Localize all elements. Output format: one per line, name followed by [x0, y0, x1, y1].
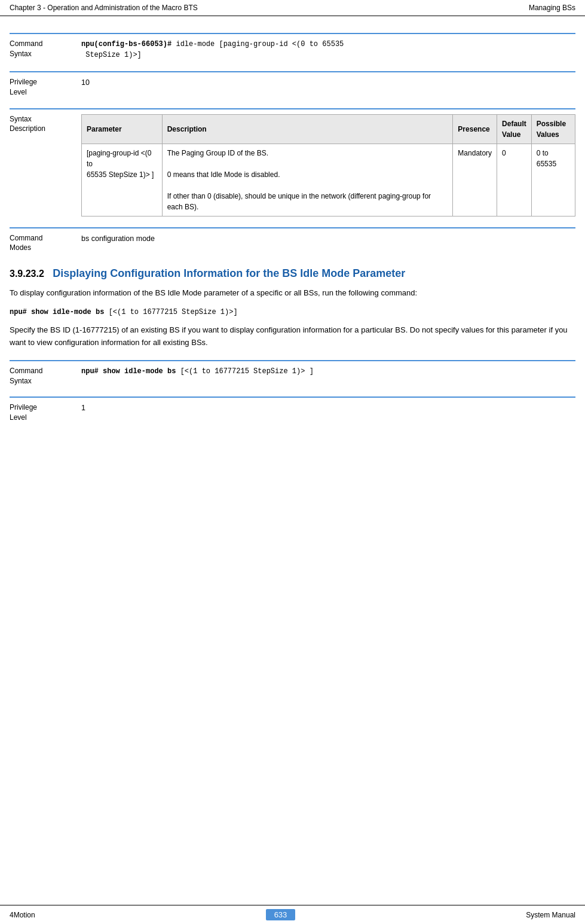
- command-syntax-bold-2: npu# show idle-mode bs: [81, 367, 176, 376]
- command-bold: npu# show idle-mode bs: [10, 308, 104, 316]
- section-3-9-23-2-heading: 3.9.23.2 Displaying Configuration Inform…: [10, 267, 575, 280]
- cell-description: The Paging Group ID of the BS. 0 means t…: [162, 144, 453, 216]
- col-description: Description: [162, 114, 453, 144]
- cell-parameter: [paging-group-id <(0 to65535 StepSize 1)…: [82, 144, 163, 216]
- command-suffix: [<(1 to 16777215 StepSize 1)>]: [104, 308, 237, 316]
- command-syntax-content-1: npu(config-bs-66053)# idle-mode [paging-…: [81, 39, 575, 60]
- command-syntax-label-1: CommandSyntax: [10, 39, 81, 60]
- cell-default: 0: [497, 144, 532, 216]
- command-syntax-section-1: CommandSyntax npu(config-bs-66053)# idle…: [10, 33, 575, 60]
- syntax-description-content: Parameter Description Presence DefaultVa…: [81, 114, 575, 216]
- page-header: Chapter 3 - Operation and Administration…: [0, 0, 585, 16]
- body-text-2: Specify the BS ID (1-16777215) of an exi…: [10, 324, 575, 349]
- command-modes-label-1: CommandModes: [10, 233, 81, 254]
- command-syntax-section-2: CommandSyntax npu# show idle-mode bs [<(…: [10, 360, 575, 386]
- section-number: 3.9.23.2: [10, 269, 44, 279]
- privilege-level-label-1: PrivilegeLevel: [10, 77, 81, 97]
- footer-left: 4Motion: [10, 911, 35, 919]
- table-row: [paging-group-id <(0 to65535 StepSize 1)…: [82, 144, 575, 216]
- privilege-level-section-1: PrivilegeLevel 10: [10, 71, 575, 97]
- footer-right: System Manual: [526, 911, 575, 919]
- page-footer: 4Motion 633 System Manual: [0, 905, 585, 924]
- command-syntax-normal-2: [<(1 to 16777215 StepSize 1)> ]: [176, 367, 313, 376]
- command-modes-section-1: CommandModes bs configuration mode: [10, 227, 575, 254]
- syntax-table: Parameter Description Presence DefaultVa…: [81, 114, 575, 216]
- privilege-level-value-2: 1: [81, 402, 575, 423]
- header-left: Chapter 3 - Operation and Administration…: [10, 4, 198, 12]
- cell-possible: 0 to 65535: [531, 144, 575, 216]
- section-title: Displaying Configuration Information for…: [53, 267, 405, 279]
- header-right: Managing BSs: [529, 4, 575, 12]
- footer-center-page: 633: [266, 909, 296, 920]
- command-modes-value-1: bs configuration mode: [81, 233, 575, 254]
- main-content: CommandSyntax npu(config-bs-66053)# idle…: [0, 16, 585, 459]
- privilege-level-value-1: 10: [81, 77, 575, 97]
- cell-presence: Mandatory: [453, 144, 497, 216]
- syntax-description-section: SyntaxDescription Parameter Description …: [10, 108, 575, 216]
- command-line: npu# show idle-mode bs [<(1 to 16777215 …: [10, 306, 575, 318]
- body-text-1: To display configuration information of …: [10, 287, 575, 300]
- privilege-level-label-2: PrivilegeLevel: [10, 402, 81, 423]
- command-syntax-bold-1: npu(config-bs-66053)#: [81, 40, 171, 48]
- privilege-level-section-2: PrivilegeLevel 1: [10, 397, 575, 423]
- col-parameter: Parameter: [82, 114, 163, 144]
- command-syntax-content-2: npu# show idle-mode bs [<(1 to 16777215 …: [81, 366, 575, 386]
- col-default: DefaultValue: [497, 114, 532, 144]
- col-presence: Presence: [453, 114, 497, 144]
- col-possible: PossibleValues: [531, 114, 575, 144]
- command-syntax-label-2: CommandSyntax: [10, 366, 81, 386]
- syntax-description-label: SyntaxDescription: [10, 114, 81, 216]
